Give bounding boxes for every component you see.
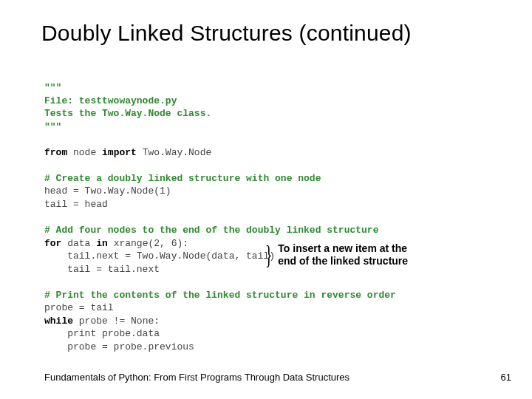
code-line: """ — [44, 82, 61, 93]
code-line: head = Two.Way.Node(1) — [44, 185, 171, 197]
code-line: print probe.data — [44, 328, 160, 339]
code-line: probe = probe.previous — [44, 341, 194, 352]
annotation-text: To insert a new item at the end of the l… — [278, 242, 408, 268]
code-line: probe = tail — [44, 302, 114, 313]
code-kw: import — [102, 147, 143, 158]
code-text: Two.Way.Node — [143, 147, 212, 158]
code-text: data — [67, 238, 96, 249]
code-comment: # Create a doubly linked structure with … — [44, 173, 321, 184]
code-kw: for — [44, 238, 67, 249]
code-text: node — [73, 147, 102, 158]
code-kw: from — [44, 147, 73, 158]
code-text: probe != None: — [79, 316, 160, 327]
curly-brace-icon: } — [265, 242, 273, 268]
code-line: tail = tail.next — [44, 264, 160, 275]
code-line: tail = head — [44, 199, 108, 210]
code-text: xrange(2, 6): — [114, 238, 188, 249]
page-number: 61 — [501, 372, 511, 383]
code-kw: while — [44, 316, 79, 327]
code-line: tail.next = Two.Way.Node(data, tail) — [44, 250, 275, 262]
footer-text: Fundamentals of Python: From First Progr… — [44, 372, 349, 383]
annotation-group: } To insert a new item at the end of the… — [262, 242, 408, 268]
code-comment: # Add four nodes to the end of the doubl… — [44, 225, 378, 236]
annotation-line: To insert a new item at the — [278, 242, 408, 256]
slide-title: Doubly Linked Structures (continued) — [0, 0, 532, 46]
code-line: Tests the Two.Way.Node class. — [44, 108, 211, 119]
code-kw: in — [96, 238, 113, 249]
code-block: """ File: testtwowaynode.py Tests the Tw… — [44, 81, 488, 353]
code-comment: # Print the contents of the linked struc… — [44, 290, 396, 301]
code-line: File: testtwowaynode.py — [44, 95, 177, 106]
annotation-line: end of the linked structure — [278, 255, 408, 268]
code-line: """ — [44, 121, 61, 132]
